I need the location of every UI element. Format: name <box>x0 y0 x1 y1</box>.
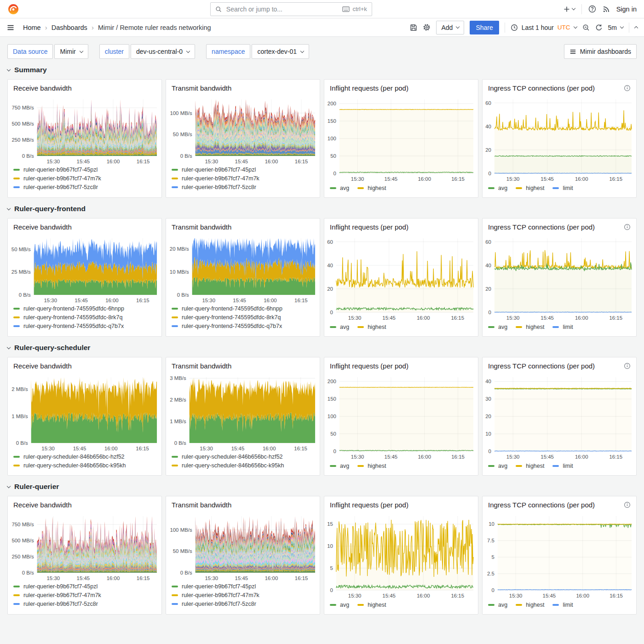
legend-item-avg[interactable]: avg <box>488 324 507 330</box>
legend-item-ruler-querier-b9b67fcf7-5zc8r[interactable]: ruler-querier-b9b67fcf7-5zc8r <box>172 184 314 190</box>
save-dashboard-button[interactable] <box>410 24 417 31</box>
legend-item-highest[interactable]: highest <box>357 324 386 330</box>
chart-canvas[interactable]: 0 B/s1 MB/s2 MB/s15:3015:4516:0016:15 <box>8 372 161 452</box>
refresh-interval-dropdown[interactable]: 5m <box>608 24 623 31</box>
legend-item-ruler-query-frontend-745595dfdc-6hnpp[interactable]: ruler-query-frontend-745595dfdc-6hnpp <box>13 305 156 312</box>
share-button[interactable]: Share <box>470 21 499 34</box>
legend-item-ruler-querier-b9b67fcf7-47m7k[interactable]: ruler-querier-b9b67fcf7-47m7k <box>13 592 156 598</box>
legend-item-avg[interactable]: avg <box>330 602 349 608</box>
info-icon[interactable] <box>624 501 631 508</box>
add-button[interactable]: Add <box>436 21 464 34</box>
cluster-label[interactable]: cluster <box>99 44 129 59</box>
chart-canvas[interactable]: 05010015020015:3015:4516:0016:15 <box>324 372 478 460</box>
chart-canvas[interactable]: 0 B/s25 MB/s50 MB/s15:3015:4516:0016:15 <box>8 233 161 304</box>
datasource-dropdown[interactable]: Mimir <box>54 44 88 59</box>
panel-header[interactable]: Ingress TCP connections (per pod) <box>483 221 636 233</box>
panel-header[interactable]: Inflight requests (per pod) <box>324 221 478 233</box>
legend-item-ruler-querier-b9b67fcf7-45pzl[interactable]: ruler-querier-b9b67fcf7-45pzl <box>172 167 314 173</box>
panel-header[interactable]: Inflight requests (per pod) <box>324 360 478 372</box>
section-header-summary[interactable]: Summary <box>7 66 637 74</box>
legend-item-highest[interactable]: highest <box>516 324 544 330</box>
chart-canvas[interactable]: 020406015:3015:4516:0016:15 <box>483 233 636 322</box>
legend-item-ruler-query-scheduler-846b656bc-k95kh[interactable]: ruler-query-scheduler-846b656bc-k95kh <box>172 462 314 469</box>
legend-item-ruler-query-scheduler-846b656bc-hzf52[interactable]: ruler-query-scheduler-846b656bc-hzf52 <box>13 454 156 460</box>
legend-item-ruler-querier-b9b67fcf7-47m7k[interactable]: ruler-querier-b9b67fcf7-47m7k <box>172 175 314 182</box>
breadcrumb-home[interactable]: Home <box>23 24 41 31</box>
news-button[interactable] <box>603 6 610 13</box>
time-range-picker[interactable]: Last 1 hour UTC <box>511 24 577 31</box>
legend-item-ruler-query-scheduler-846b656bc-hzf52[interactable]: ruler-query-scheduler-846b656bc-hzf52 <box>172 454 314 460</box>
panel-header[interactable]: Inflight requests (per pod) <box>324 82 478 94</box>
chart-canvas[interactable]: 0 B/s1 MB/s2 MB/s3 MB/s15:3015:4516:0016… <box>166 372 320 452</box>
refresh-button[interactable] <box>595 24 603 31</box>
search-input[interactable] <box>225 5 339 13</box>
chart-canvas[interactable]: 02.557.51015:3015:4516:0016:15 <box>483 511 636 599</box>
chart-canvas[interactable]: 020406015:3015:4516:0016:15 <box>483 94 636 183</box>
legend-item-ruler-querier-b9b67fcf7-47m7k[interactable]: ruler-querier-b9b67fcf7-47m7k <box>172 592 314 598</box>
section-header-ruler-query-scheduler[interactable]: Ruler-query-scheduler <box>7 344 637 352</box>
panel-header[interactable]: Ingress TCP connections (per pod) <box>483 360 636 372</box>
legend-item-limit[interactable]: limit <box>552 324 573 330</box>
panel-header[interactable]: Transmit bandwidth <box>166 360 320 372</box>
legend-item-avg[interactable]: avg <box>330 185 349 191</box>
section-header-ruler-query-frontend[interactable]: Ruler-query-frontend <box>7 205 637 213</box>
legend-item-avg[interactable]: avg <box>488 463 507 469</box>
chart-canvas[interactable]: 0 B/s250 MB/s500 MB/s750 MB/s15:3015:451… <box>8 511 161 582</box>
chart-canvas[interactable]: 05010015020015:3015:4516:0016:15 <box>324 94 478 183</box>
legend-item-highest[interactable]: highest <box>357 463 386 469</box>
namespace-dropdown[interactable]: cortex-dev-01 <box>252 44 309 59</box>
legend-item-ruler-query-frontend-745595dfdc-8rk7q[interactable]: ruler-query-frontend-745595dfdc-8rk7q <box>172 314 314 321</box>
breadcrumb-dashboards[interactable]: Dashboards <box>52 24 87 31</box>
legend-item-highest[interactable]: highest <box>357 185 386 191</box>
new-menu-button[interactable] <box>563 6 575 13</box>
menu-toggle-button[interactable] <box>6 23 15 32</box>
legend-item-avg[interactable]: avg <box>330 463 349 469</box>
panel-header[interactable]: Ingress TCP connections (per pod) <box>483 499 636 511</box>
legend-item-limit[interactable]: limit <box>552 463 573 469</box>
legend-item-ruler-querier-b9b67fcf7-5zc8r[interactable]: ruler-querier-b9b67fcf7-5zc8r <box>13 184 156 190</box>
legend-item-ruler-querier-b9b67fcf7-45pzl[interactable]: ruler-querier-b9b67fcf7-45pzl <box>13 583 156 590</box>
legend-item-highest[interactable]: highest <box>516 185 544 191</box>
panel-header[interactable]: Transmit bandwidth <box>166 499 320 511</box>
legend-item-highest[interactable]: highest <box>516 463 544 469</box>
cluster-dropdown[interactable]: dev-us-central-0 <box>131 44 195 59</box>
chart-canvas[interactable]: 05101515:3015:4516:0016:15 <box>324 511 478 599</box>
chart-canvas[interactable]: 01020304015:3015:4516:0016:15 <box>483 372 636 460</box>
namespace-label[interactable]: namespace <box>206 44 250 59</box>
panel-header[interactable]: Receive bandwidth <box>8 360 161 372</box>
legend-item-ruler-query-frontend-745595dfdc-q7b7x[interactable]: ruler-query-frontend-745595dfdc-q7b7x <box>13 323 156 329</box>
info-icon[interactable] <box>624 224 631 230</box>
chart-canvas[interactable]: 0 B/s50 MB/s100 MB/s15:3015:4516:0016:15 <box>166 94 320 165</box>
chart-canvas[interactable]: 0 B/s250 MB/s500 MB/s750 MB/s15:3015:451… <box>8 94 161 165</box>
datasource-label[interactable]: Data source <box>7 44 53 59</box>
panel-header[interactable]: Transmit bandwidth <box>166 82 320 94</box>
legend-item-ruler-querier-b9b67fcf7-5zc8r[interactable]: ruler-querier-b9b67fcf7-5zc8r <box>13 601 156 607</box>
search-box[interactable]: ctrl+k <box>210 2 372 16</box>
legend-item-ruler-querier-b9b67fcf7-47m7k[interactable]: ruler-querier-b9b67fcf7-47m7k <box>13 175 156 182</box>
mimir-dashboards-button[interactable]: Mimir dashboards <box>564 44 637 59</box>
panel-header[interactable]: Receive bandwidth <box>8 221 161 233</box>
collapse-toolbar-button[interactable] <box>635 25 638 29</box>
legend-item-avg[interactable]: avg <box>330 324 349 330</box>
legend-item-ruler-querier-b9b67fcf7-5zc8r[interactable]: ruler-querier-b9b67fcf7-5zc8r <box>172 601 314 607</box>
legend-item-avg[interactable]: avg <box>488 602 507 608</box>
section-header-ruler-querier[interactable]: Ruler-querier <box>7 483 637 491</box>
sign-in-link[interactable]: Sign in <box>616 6 637 13</box>
legend-item-limit[interactable]: limit <box>552 602 573 608</box>
panel-header[interactable]: Inflight requests (per pod) <box>324 499 478 511</box>
chart-canvas[interactable]: 0 B/s50 MB/s100 MB/s15:3015:4516:0016:15 <box>166 511 320 582</box>
panel-header[interactable]: Ingress TCP connections (per pod) <box>483 82 636 94</box>
grafana-logo[interactable] <box>7 3 19 15</box>
help-button[interactable] <box>588 5 596 13</box>
legend-item-ruler-query-scheduler-846b656bc-k95kh[interactable]: ruler-query-scheduler-846b656bc-k95kh <box>13 462 156 469</box>
legend-item-ruler-querier-b9b67fcf7-45pzl[interactable]: ruler-querier-b9b67fcf7-45pzl <box>13 167 156 173</box>
panel-header[interactable]: Transmit bandwidth <box>166 221 320 233</box>
legend-item-ruler-query-frontend-745595dfdc-8rk7q[interactable]: ruler-query-frontend-745595dfdc-8rk7q <box>13 314 156 321</box>
info-icon[interactable] <box>624 85 631 92</box>
legend-item-highest[interactable]: highest <box>516 602 544 608</box>
dashboard-settings-button[interactable] <box>423 23 431 31</box>
legend-item-ruler-query-frontend-745595dfdc-q7b7x[interactable]: ruler-query-frontend-745595dfdc-q7b7x <box>172 323 314 329</box>
zoom-out-button[interactable] <box>582 24 590 31</box>
panel-header[interactable]: Receive bandwidth <box>8 499 161 511</box>
panel-header[interactable]: Receive bandwidth <box>8 82 161 94</box>
